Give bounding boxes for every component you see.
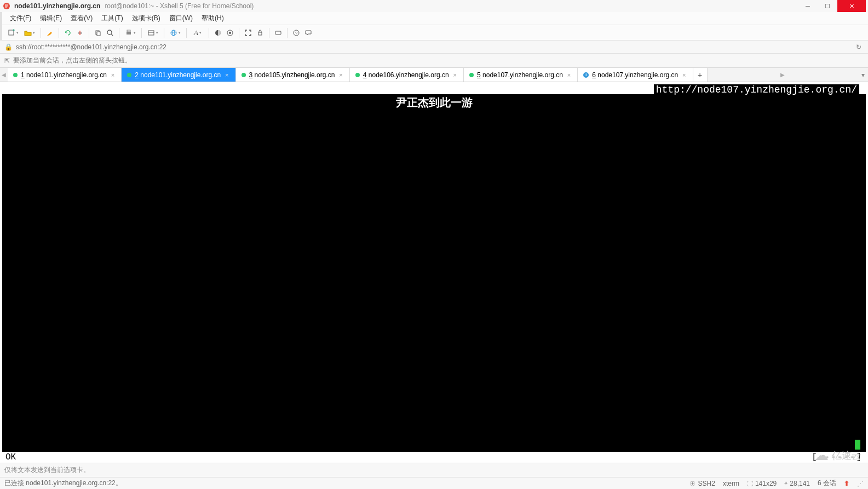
info-dot-icon: i [583,72,589,78]
separator [59,28,59,38]
svg-rect-20 [258,32,262,35]
disconnect-button[interactable] [74,27,85,38]
separator [287,28,288,38]
cloud-icon: ☁ [814,447,829,464]
separator [141,28,142,38]
menu-edit[interactable]: 编辑(E) [36,13,66,24]
status-position: ⌖28,141 [784,480,810,487]
status-upload-icon[interactable]: ⬆ [844,480,849,487]
hint-text: 要添加当前会话，点击左侧的箭头按钮。 [13,56,131,65]
status-bar: 已连接 node101.yinzhengjie.org.cn:22。 ⛨SSH2… [0,477,868,489]
status-dot-icon [355,73,360,77]
menu-window[interactable]: 窗口(W) [165,13,197,24]
color-scheme-button[interactable] [212,27,223,38]
status-dot-icon [242,73,246,77]
tab-label: 3 node105.yinzhengjie.org.cn [249,71,335,79]
reconnect-button[interactable] [62,27,73,38]
separator [164,28,164,38]
close-button[interactable]: ✕ [837,0,866,12]
copy-button[interactable] [93,27,104,38]
session-tab-1[interactable]: 1 node101.yinzhengjie.org.cn × [8,68,122,82]
terminal-status-line: OK [------] [2,452,866,463]
menu-file[interactable]: 文件(F) [5,13,36,24]
comment-button[interactable] [303,27,314,38]
help-button[interactable]: ? [291,27,302,38]
address-text[interactable]: ssh://root:**********@node101.yinzhengji… [16,43,850,51]
menu-help[interactable]: 帮助(H) [197,13,228,24]
tab-close-button[interactable]: × [452,72,458,78]
terminal[interactable]: http://node107.yinzhengjie.org.cn/ 尹正杰到此… [2,84,866,463]
title-sub: root@node101:~ - Xshell 5 (Free for Home… [105,2,254,10]
window-controls: ─ ☐ ✕ [798,0,866,12]
tab-label: 1 node101.yinzhengjie.org.cn [21,71,107,79]
new-tab-button[interactable]: + [693,68,708,82]
status-size: ⛶141x29 [747,480,777,487]
properties-button[interactable]: ▾ [145,27,160,38]
lock-button[interactable] [255,27,266,38]
svg-rect-1 [9,30,14,35]
tab-label: 5 node107.yinzhengjie.org.cn [477,71,563,79]
bookmark-arrow-icon[interactable]: ⇱ [4,57,10,65]
separator [269,28,269,38]
print-button[interactable]: ▾ [123,27,138,38]
status-dot-icon [13,73,18,77]
watermark: ☁ 亿速云 [814,447,861,464]
toolbar: ▾ ▾ ▾ ▾ ▾ A▾ ? [0,25,868,41]
watermark-text: 亿速云 [832,449,861,462]
svg-text:?: ? [295,31,298,36]
svg-rect-21 [275,31,281,34]
tab-scroll-right[interactable]: ▶ [779,68,786,82]
session-tab-3[interactable]: 3 node105.yinzhengjie.org.cn × [236,68,350,82]
status-dot-icon [127,73,131,77]
tab-close-button[interactable]: × [338,72,343,78]
status-dot-icon [469,73,474,77]
terminal-banner-text: 尹正杰到此一游 [2,95,866,110]
terminal-ok-text: OK [5,452,16,462]
tab-close-button[interactable]: × [110,72,116,78]
minimize-button[interactable]: ─ [798,0,818,12]
fullscreen-button[interactable] [243,27,254,38]
separator [209,28,209,38]
status-term-type: xterm [723,480,739,487]
tab-scroll-left[interactable]: ◀ [0,68,8,82]
session-tab-5[interactable]: 5 node107.yinzhengjie.org.cn × [464,68,578,82]
menu-tools[interactable]: 工具(T) [97,13,127,24]
tab-label: 6 node107.yinzhengjie.org.cn [592,71,678,79]
tab-label: 2 node101.yinzhengjie.org.cn [135,71,221,79]
upload-arrow-icon: ⬆ [844,480,849,487]
new-session-button[interactable]: ▾ [5,27,21,38]
lock-icon: 🔒 [4,43,13,51]
open-button[interactable]: ▾ [22,27,37,38]
terminal-url-text: http://node107.yinzhengjie.org.cn/ [654,84,859,95]
font-button[interactable]: A▾ [190,27,205,38]
tab-menu-button[interactable]: ▾ [858,68,868,82]
send-bar-text: 仅将文本发送到当前选项卡。 [4,465,90,475]
menu-view[interactable]: 查看(V) [66,13,97,24]
script-button[interactable] [225,27,235,38]
menu-bar: 文件(F) 编辑(E) 查看(V) 工具(T) 选项卡(B) 窗口(W) 帮助(… [0,12,868,25]
svg-line-9 [111,34,113,36]
session-tab-2[interactable]: 2 node101.yinzhengjie.org.cn × [122,68,235,82]
maximize-button[interactable]: ☐ [818,0,837,12]
tab-close-button[interactable]: × [566,72,572,78]
svg-rect-7 [97,32,100,36]
send-bar[interactable]: 仅将文本发送到当前选项卡。 [0,463,868,477]
reconnect-icon[interactable]: ↻ [854,43,864,51]
cursor-pos-icon: ⌖ [784,480,787,487]
separator [89,28,89,38]
tab-close-button[interactable]: × [681,72,687,78]
session-tab-4[interactable]: 4 node106.yinzhengjie.org.cn × [350,68,464,82]
svg-rect-10 [127,32,131,34]
session-tab-6[interactable]: i 6 node107.yinzhengjie.org.cn × [578,68,693,82]
menu-tab[interactable]: 选项卡(B) [128,13,165,24]
title-main: node101.yinzhengjie.org.cn [14,2,100,10]
terminal-container: http://node107.yinzhengjie.org.cn/ 尹正杰到此… [0,82,868,463]
keyboard-button[interactable] [273,27,284,38]
tab-close-button[interactable]: × [224,72,229,78]
globe-button[interactable]: ▾ [168,27,183,38]
search-button[interactable] [105,27,116,38]
svg-rect-12 [148,31,154,35]
separator [186,28,187,38]
highlight-button[interactable] [44,27,55,38]
tab-label: 4 node106.yinzhengjie.org.cn [363,71,449,79]
